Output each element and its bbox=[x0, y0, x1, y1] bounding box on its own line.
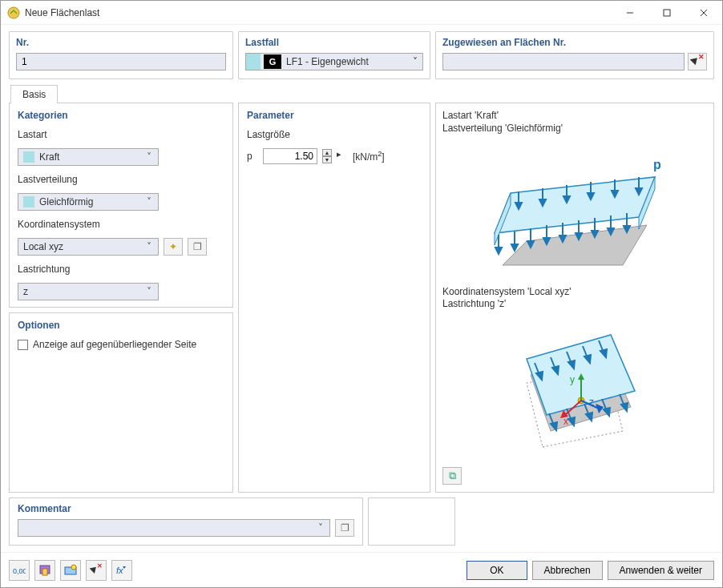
window-title: Neue Flächenlast bbox=[25, 7, 612, 18]
tool-button-4[interactable] bbox=[86, 560, 107, 581]
gfx2-line2: Lastrichtung 'z' bbox=[442, 298, 707, 311]
svg-marker-5 bbox=[503, 225, 647, 265]
gfx2-line1: Koordinatensystem 'Local xyz' bbox=[442, 286, 707, 299]
gfx2-caption: Koordinatensystem 'Local xyz' Lastrichtu… bbox=[442, 286, 707, 311]
p-symbol: p bbox=[247, 151, 258, 162]
lastverteilung-value: Gleichförmig bbox=[39, 196, 143, 207]
assigned-title: Zugewiesen an Flächen Nr. bbox=[442, 37, 707, 48]
assigned-input[interactable] bbox=[442, 53, 685, 70]
color-swatch-icon bbox=[23, 196, 34, 207]
chevron-down-icon: ˅ bbox=[315, 522, 326, 534]
close-button[interactable] bbox=[685, 1, 722, 25]
uniform-load-illustration: p bbox=[471, 145, 679, 273]
cursor-pick-icon bbox=[690, 54, 705, 69]
loadcase-color-swatch bbox=[246, 54, 261, 70]
svg-point-0 bbox=[8, 7, 19, 18]
p-label-text: p bbox=[653, 158, 661, 171]
gfx1-line1: Lastart 'Kraft' bbox=[442, 110, 707, 123]
color-swatch-icon bbox=[23, 151, 34, 163]
unit-label: [kN/m2] bbox=[353, 150, 385, 163]
lastart-value: Kraft bbox=[39, 151, 143, 163]
svg-rect-71 bbox=[42, 569, 47, 575]
richtung-label: Lastrichtung bbox=[18, 264, 224, 275]
lastverteilung-label: Lastverteilung bbox=[18, 174, 224, 185]
library-icon bbox=[193, 241, 202, 252]
chevron-down-icon: ˅ bbox=[143, 286, 155, 297]
graphics-icon bbox=[449, 469, 456, 482]
checkbox-icon bbox=[18, 340, 28, 350]
axis-z-label: z bbox=[589, 397, 594, 408]
pick-surfaces-button[interactable] bbox=[688, 53, 707, 70]
wand-icon bbox=[169, 241, 177, 252]
richtung-value: z bbox=[23, 286, 143, 297]
cancel-button[interactable]: Abbrechen bbox=[532, 561, 603, 580]
graphics-panel: Lastart 'Kraft' Lastverteilung 'Gleichfö… bbox=[435, 103, 714, 493]
gfx1-body: p bbox=[442, 135, 707, 283]
nr-input[interactable] bbox=[16, 53, 226, 70]
panel-options: Optionen Anzeige auf gegenüberliegender … bbox=[9, 312, 233, 493]
new-coord-system-button[interactable] bbox=[164, 238, 183, 256]
opposite-side-label: Anzeige auf gegenüberliegender Seite bbox=[33, 339, 196, 350]
spin-up-button[interactable]: ▲ bbox=[322, 149, 332, 156]
ok-button[interactable]: OK bbox=[467, 561, 527, 580]
axis-x-label: x bbox=[563, 416, 568, 427]
koord-value: Local xyz bbox=[23, 241, 143, 252]
maximize-button[interactable] bbox=[648, 1, 685, 25]
tool-button-5[interactable]: fx bbox=[111, 560, 132, 581]
coord-system-illustration: y x z bbox=[487, 311, 663, 463]
tool-button-2[interactable] bbox=[34, 560, 55, 581]
comment-edit-button[interactable] bbox=[335, 519, 354, 537]
titlebar: Neue Flächenlast bbox=[1, 1, 722, 25]
lastverteilung-select[interactable]: Gleichförmig ˅ bbox=[18, 193, 159, 211]
parameter-title: Parameter bbox=[247, 110, 422, 121]
gfx1-line2: Lastverteilung 'Gleichförmig' bbox=[442, 123, 707, 135]
chevron-down-icon: ˅ bbox=[408, 56, 422, 67]
svg-text:fx: fx bbox=[116, 566, 123, 575]
expand-parameter-button[interactable]: ▸ bbox=[337, 149, 348, 163]
loadcase-select[interactable]: G LF1 - Eigengewicht ˅ bbox=[245, 53, 423, 70]
p-value-input[interactable] bbox=[263, 148, 317, 164]
opposite-side-checkbox[interactable]: Anzeige auf gegenüberliegender Seite bbox=[18, 339, 224, 350]
app-icon bbox=[7, 6, 20, 19]
lastart-select[interactable]: Kraft ˅ bbox=[18, 148, 159, 166]
svg-rect-2 bbox=[664, 10, 670, 16]
svg-marker-12 bbox=[511, 244, 518, 251]
comment-icon bbox=[341, 522, 349, 534]
group-assigned-surfaces: Zugewiesen an Flächen Nr. bbox=[435, 31, 714, 79]
bottom-toolbar: 0,00 fx OK Abbrechen Anwenden & weiter bbox=[1, 552, 722, 587]
panel-parameter: Parameter Lastgröße p ▲ ▼ ▸ [kN/m2] bbox=[238, 103, 430, 493]
koord-select[interactable]: Local xyz ˅ bbox=[18, 238, 159, 256]
axis-y-label: y bbox=[570, 374, 575, 385]
tool-button-3[interactable] bbox=[60, 560, 81, 581]
units-button[interactable]: 0,00 bbox=[9, 560, 30, 581]
chevron-down-icon: ˅ bbox=[143, 151, 155, 163]
nr-title: Nr. bbox=[16, 37, 226, 48]
panel-categories: Kategorien Lastart Kraft ˅ Lastverteilun… bbox=[9, 103, 233, 308]
tab-basis[interactable]: Basis bbox=[10, 85, 58, 103]
richtung-select[interactable]: z ˅ bbox=[18, 283, 159, 300]
chevron-down-icon: ˅ bbox=[143, 196, 155, 207]
minimize-button[interactable] bbox=[612, 1, 648, 25]
comment-side-panel bbox=[368, 497, 455, 546]
coord-system-library-button[interactable] bbox=[188, 238, 207, 256]
panel-comment: Kommentar ˅ bbox=[9, 497, 363, 546]
group-nr: Nr. bbox=[9, 31, 233, 79]
categories-title: Kategorien bbox=[18, 110, 224, 121]
gfx2-body: y x z bbox=[442, 311, 707, 463]
apply-continue-button[interactable]: Anwenden & weiter bbox=[608, 561, 714, 580]
koord-label: Koordinatensystem bbox=[18, 219, 224, 230]
spin-down-button[interactable]: ▼ bbox=[322, 156, 332, 163]
load-size-label: Lastgröße bbox=[247, 129, 422, 140]
chevron-down-icon: ˅ bbox=[143, 241, 155, 252]
graphics-settings-button[interactable] bbox=[442, 467, 462, 485]
lastart-label: Lastart bbox=[18, 129, 224, 140]
gfx1-caption: Lastart 'Kraft' Lastverteilung 'Gleichfö… bbox=[442, 110, 707, 135]
svg-text:0,00: 0,00 bbox=[13, 567, 26, 575]
loadcase-label: LF1 - Eigengewicht bbox=[285, 56, 408, 67]
options-title: Optionen bbox=[18, 320, 224, 331]
cursor-icon bbox=[90, 563, 103, 576]
svg-point-73 bbox=[71, 565, 76, 570]
dialog-window: Neue Flächenlast Nr. Lastfall G LF1 - Ei… bbox=[0, 0, 723, 588]
comment-select[interactable]: ˅ bbox=[18, 519, 330, 537]
svg-marker-10 bbox=[495, 248, 502, 254]
